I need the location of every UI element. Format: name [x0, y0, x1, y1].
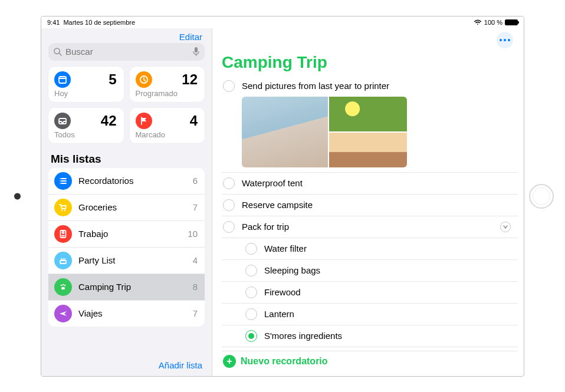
main-panel: Camping Trip Send pictures from last yea… — [212, 28, 524, 376]
reminder-item[interactable]: Sleeping bags — [222, 260, 518, 282]
svg-rect-2 — [195, 47, 198, 52]
svg-rect-4 — [59, 77, 66, 83]
status-bar: 9:41 Martes 10 de septiembre 100 % — [41, 17, 524, 28]
summary-card-scheduled[interactable]: 12Programado — [130, 67, 205, 102]
reminder-checkbox[interactable] — [245, 330, 257, 342]
reminder-checkbox[interactable] — [223, 177, 235, 189]
svg-point-14 — [60, 183, 61, 184]
my-lists-heading: Mis listas — [51, 153, 202, 166]
summary-label: Hoy — [54, 89, 117, 98]
svg-point-26 — [64, 284, 66, 286]
svg-point-16 — [64, 209, 65, 210]
search-icon — [53, 47, 62, 56]
clock-icon — [136, 71, 152, 88]
reminder-checkbox[interactable] — [223, 199, 235, 211]
attachment-thumbnail[interactable] — [329, 97, 407, 131]
list-name: Camping Trip — [78, 282, 131, 292]
reminder-item[interactable]: Bug spray — [222, 347, 518, 348]
summary-label: Todos — [54, 130, 117, 139]
list-name: Viajes — [78, 308, 103, 318]
svg-line-1 — [59, 53, 61, 55]
reminder-text: Lantern — [264, 309, 294, 319]
list-name: Groceries — [78, 202, 117, 212]
attachment-thumbnail[interactable] — [329, 133, 407, 167]
flag-icon — [136, 113, 152, 129]
cart-icon — [54, 199, 72, 216]
expand-subtasks-button[interactable] — [500, 222, 511, 232]
chevron-down-icon — [502, 224, 508, 230]
status-time: 9:41 — [47, 19, 60, 26]
svg-point-25 — [63, 284, 64, 285]
edit-button[interactable]: Editar — [179, 32, 202, 42]
list-count: 4 — [193, 255, 198, 265]
reminder-checkbox[interactable] — [245, 286, 257, 298]
summary-count: 5 — [109, 73, 116, 87]
sidebar: Editar 5Hoy12Programado42Todos4Marcado M… — [41, 28, 212, 376]
search-field[interactable] — [48, 43, 205, 61]
svg-point-18 — [63, 232, 64, 233]
summary-card-flagged[interactable]: 4Marcado — [130, 108, 205, 143]
summary-count: 42 — [101, 114, 117, 128]
reminder-checkbox[interactable] — [245, 308, 257, 320]
battery-percent: 100 % — [484, 19, 502, 26]
list-row[interactable]: Groceries7 — [48, 195, 205, 221]
reminder-checkbox[interactable] — [223, 221, 235, 233]
reminder-text: Water filter — [264, 243, 307, 253]
new-reminder-button[interactable]: + Nuevo recordatorio — [222, 351, 518, 371]
paw-icon — [54, 278, 72, 296]
wifi-icon — [474, 19, 482, 25]
reminder-item[interactable]: Reserve campsite — [222, 195, 518, 216]
reminder-item[interactable]: Water filter — [222, 238, 518, 260]
reminder-item[interactable]: Waterproof tent — [222, 173, 518, 195]
summary-card-all[interactable]: 42Todos — [48, 108, 124, 143]
reminder-text: Sleeping bags — [264, 265, 320, 275]
list-count: 7 — [193, 202, 198, 212]
reminder-text: Send pictures from last year to printer — [242, 81, 389, 91]
plane-icon — [54, 305, 72, 322]
list-count: 7 — [193, 308, 198, 318]
list-row[interactable]: Party List4 — [48, 248, 205, 274]
summary-count: 12 — [182, 73, 198, 87]
battery-icon — [505, 19, 518, 25]
list-name: Recordatorios — [78, 176, 133, 186]
svg-point-27 — [61, 286, 65, 289]
reminder-item[interactable]: S'mores ingredients — [222, 325, 518, 347]
inbox-icon — [54, 113, 71, 129]
mic-icon[interactable] — [192, 47, 200, 57]
list-count: 8 — [193, 282, 198, 292]
summary-count: 4 — [190, 114, 198, 128]
calendar-icon — [54, 71, 71, 88]
reminder-item[interactable]: Pack for trip — [222, 216, 518, 238]
summary-card-today[interactable]: 5Hoy — [48, 67, 124, 102]
reminder-item[interactable]: Firewood — [222, 282, 518, 304]
reminder-text: Firewood — [264, 287, 301, 297]
search-input[interactable] — [65, 47, 189, 57]
attachment-thumbnail[interactable] — [242, 97, 328, 167]
svg-point-24 — [61, 284, 63, 286]
list-name: Party List — [78, 255, 116, 265]
list-row[interactable]: Trabajo10 — [48, 221, 205, 248]
home-button[interactable] — [529, 184, 554, 209]
cake-icon — [54, 252, 72, 269]
summary-label: Marcado — [136, 130, 198, 139]
reminder-item[interactable]: Send pictures from last year to printer — [222, 75, 518, 97]
reminder-attachments[interactable] — [242, 97, 407, 167]
svg-point-12 — [60, 178, 61, 179]
list-count: 10 — [188, 229, 198, 239]
status-date: Martes 10 de septiembre — [63, 19, 135, 26]
reminder-text: Reserve campsite — [242, 200, 313, 210]
svg-point-13 — [60, 180, 61, 182]
list-row[interactable]: Viajes7 — [48, 301, 205, 327]
reminder-checkbox[interactable] — [223, 80, 235, 92]
list-row[interactable]: Camping Trip8 — [48, 274, 205, 301]
reminder-text: Pack for trip — [242, 222, 289, 232]
reminder-item[interactable]: Lantern — [222, 304, 518, 325]
plus-icon: + — [223, 355, 236, 368]
reminder-checkbox[interactable] — [245, 243, 257, 255]
add-list-button[interactable]: Añadir lista — [159, 360, 202, 370]
list-row[interactable]: Recordatorios6 — [48, 168, 205, 195]
reminder-text: S'mores ingredients — [264, 331, 342, 341]
more-options-button[interactable] — [497, 32, 513, 48]
reminder-checkbox[interactable] — [245, 265, 257, 276]
ellipsis-icon — [500, 39, 510, 41]
